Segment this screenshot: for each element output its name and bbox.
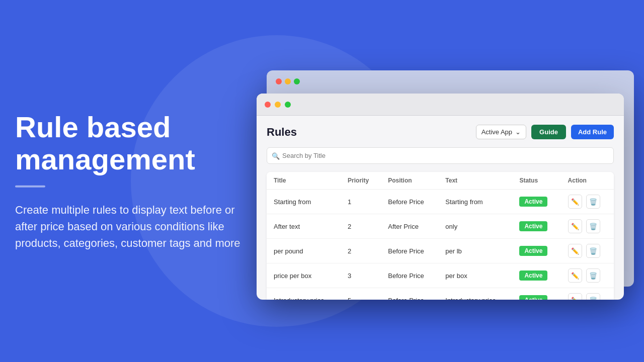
divider — [15, 185, 45, 187]
col-action: Action — [561, 172, 614, 190]
cell-position: Before Price — [381, 190, 438, 214]
header-controls: Active App ⌄ Guide Add Rule — [476, 125, 614, 139]
col-position: Position — [381, 172, 438, 190]
edit-button[interactable]: ✏️ — [568, 293, 582, 300]
cell-text: per box — [438, 263, 512, 288]
cell-title: Introductory price — [267, 288, 341, 300]
back-dot-yellow — [285, 78, 291, 84]
action-icons: ✏️ 🗑️ — [568, 195, 607, 209]
cell-action: ✏️ 🗑️ — [561, 288, 614, 300]
cell-position: Before Price — [381, 288, 438, 300]
table-row: price per box 3 Before Price per box Act… — [267, 263, 614, 288]
edit-button[interactable]: ✏️ — [568, 219, 582, 233]
action-icons: ✏️ 🗑️ — [568, 244, 607, 258]
cell-action: ✏️ 🗑️ — [561, 239, 614, 263]
delete-button[interactable]: 🗑️ — [586, 219, 600, 233]
cell-title: Starting from — [267, 190, 341, 214]
cell-action: ✏️ 🗑️ — [561, 190, 614, 214]
main-heading: Rule based management — [15, 111, 247, 175]
back-traffic-lights — [267, 70, 634, 93]
edit-button[interactable]: ✏️ — [568, 268, 582, 283]
cell-priority: 5 — [341, 288, 381, 300]
titlebar — [257, 94, 624, 116]
active-app-select[interactable]: Active App ⌄ — [476, 125, 526, 139]
status-badge: Active — [519, 295, 547, 300]
window-content: Rules Active App ⌄ Guide Add Rule 🔍 Titl… — [257, 116, 624, 300]
col-text: Text — [438, 172, 512, 190]
table-row: Introductory price 5 Before Price Introd… — [267, 288, 614, 300]
cell-title: After text — [267, 214, 341, 239]
back-dot-green — [294, 78, 300, 84]
left-panel: Rule based management Create multiple ru… — [15, 111, 247, 251]
cell-position: Before Price — [381, 239, 438, 263]
app-header: Rules Active App ⌄ Guide Add Rule — [267, 125, 614, 139]
search-input[interactable] — [267, 147, 614, 164]
chevron-down-icon: ⌄ — [515, 128, 521, 136]
col-priority: Priority — [341, 172, 381, 190]
rules-table: Title Priority Position Text Status Acti… — [267, 172, 614, 300]
cell-title: price per box — [267, 263, 341, 288]
cell-title: per pound — [267, 239, 341, 263]
delete-button[interactable]: 🗑️ — [586, 293, 600, 300]
delete-button[interactable]: 🗑️ — [586, 195, 600, 209]
back-dot-red — [276, 78, 282, 84]
table-row: per pound 2 Before Price per lb Active ✏… — [267, 239, 614, 263]
table-header-row: Title Priority Position Text Status Acti… — [267, 172, 614, 190]
action-icons: ✏️ 🗑️ — [568, 268, 607, 283]
cell-priority: 1 — [341, 190, 381, 214]
search-icon: 🔍 — [272, 152, 280, 159]
cell-priority: 2 — [341, 214, 381, 239]
cell-position: Before Price — [381, 263, 438, 288]
dot-red[interactable] — [265, 102, 271, 108]
add-rule-button[interactable]: Add Rule — [571, 125, 614, 139]
col-status: Status — [512, 172, 560, 190]
cell-priority: 3 — [341, 263, 381, 288]
status-badge: Active — [519, 246, 547, 256]
table-row: After text 2 After Price only Active ✏️ … — [267, 214, 614, 239]
action-icons: ✏️ 🗑️ — [568, 219, 607, 233]
edit-button[interactable]: ✏️ — [568, 195, 582, 209]
main-window: Rules Active App ⌄ Guide Add Rule 🔍 Titl… — [257, 94, 624, 300]
cell-text: only — [438, 214, 512, 239]
cell-status: Active — [512, 190, 560, 214]
cell-text: Introductory price — [438, 288, 512, 300]
delete-button[interactable]: 🗑️ — [586, 268, 600, 283]
edit-button[interactable]: ✏️ — [568, 244, 582, 258]
search-bar: 🔍 — [267, 147, 614, 164]
action-icons: ✏️ 🗑️ — [568, 293, 607, 300]
cell-priority: 2 — [341, 239, 381, 263]
guide-button[interactable]: Guide — [531, 125, 566, 139]
status-badge: Active — [519, 197, 547, 207]
cell-status: Active — [512, 214, 560, 239]
status-badge: Active — [519, 221, 547, 231]
table-body: Starting from 1 Before Price Starting fr… — [267, 190, 614, 300]
delete-button[interactable]: 🗑️ — [586, 244, 600, 258]
cell-position: After Price — [381, 214, 438, 239]
status-badge: Active — [519, 270, 547, 281]
cell-action: ✏️ 🗑️ — [561, 263, 614, 288]
col-title: Title — [267, 172, 341, 190]
description-text: Create multiple rules to display text be… — [15, 201, 247, 251]
cell-action: ✏️ 🗑️ — [561, 214, 614, 239]
cell-text: per lb — [438, 239, 512, 263]
cell-text: Starting from — [438, 190, 512, 214]
page-title: Rules — [267, 126, 297, 139]
dot-yellow[interactable] — [275, 102, 281, 108]
dot-green[interactable] — [285, 102, 291, 108]
cell-status: Active — [512, 263, 560, 288]
cell-status: Active — [512, 239, 560, 263]
table-row: Starting from 1 Before Price Starting fr… — [267, 190, 614, 214]
cell-status: Active — [512, 288, 560, 300]
